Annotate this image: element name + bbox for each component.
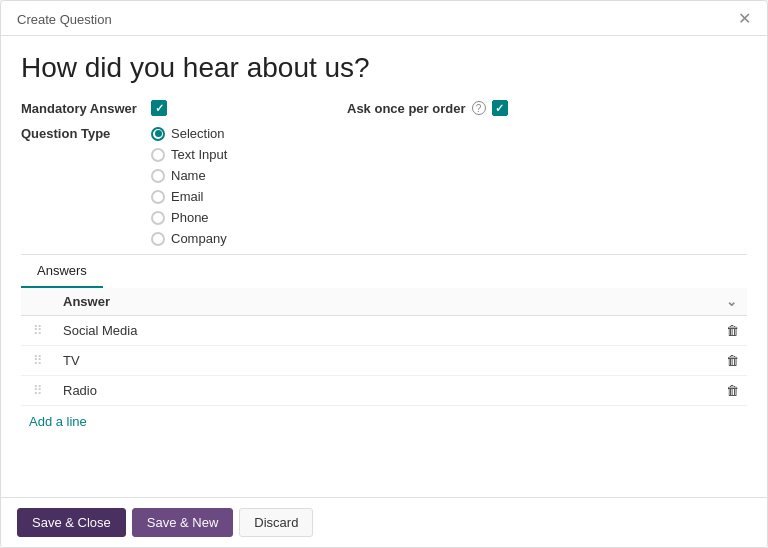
- radio-circle-selection: [151, 127, 165, 141]
- radio-circle-phone: [151, 211, 165, 225]
- radio-option-company[interactable]: Company: [151, 231, 227, 246]
- radio-options-group: SelectionText InputNameEmailPhoneCompany: [151, 126, 227, 246]
- delete-icon[interactable]: 🗑: [579, 316, 747, 346]
- answers-tbody: ⠿Social Media🗑⠿TV🗑⠿Radio🗑: [21, 316, 747, 406]
- ask-once-field: Ask once per order ?: [347, 100, 508, 116]
- drag-handle[interactable]: ⠿: [29, 383, 47, 398]
- radio-option-name[interactable]: Name: [151, 168, 227, 183]
- radio-label-text_input: Text Input: [171, 147, 227, 162]
- ask-once-label: Ask once per order: [347, 101, 466, 116]
- answer-cell: Social Media: [55, 316, 579, 346]
- radio-circle-company: [151, 232, 165, 246]
- radio-circle-name: [151, 169, 165, 183]
- modal-body: How did you hear about us? Mandatory Ans…: [1, 36, 767, 497]
- radio-circle-text_input: [151, 148, 165, 162]
- answer-col-header: Answer: [55, 288, 579, 316]
- save-close-button[interactable]: Save & Close: [17, 508, 126, 537]
- modal-header: Create Question ✕: [1, 1, 767, 36]
- drag-col-header: [21, 288, 55, 316]
- radio-circle-email: [151, 190, 165, 204]
- tabs-bar: Answers: [21, 255, 747, 288]
- question-title: How did you hear about us?: [21, 52, 747, 84]
- radio-label-selection: Selection: [171, 126, 224, 141]
- modal-title: Create Question: [17, 12, 112, 27]
- ask-once-checkbox[interactable]: [492, 100, 508, 116]
- radio-option-text_input[interactable]: Text Input: [151, 147, 227, 162]
- delete-icon[interactable]: 🗑: [579, 346, 747, 376]
- tab-answers[interactable]: Answers: [21, 255, 103, 288]
- close-button[interactable]: ✕: [738, 11, 751, 27]
- save-new-button[interactable]: Save & New: [132, 508, 234, 537]
- radio-label-email: Email: [171, 189, 204, 204]
- discard-button[interactable]: Discard: [239, 508, 313, 537]
- radio-label-phone: Phone: [171, 210, 209, 225]
- question-type-label: Question Type: [21, 126, 151, 141]
- mandatory-answer-label: Mandatory Answer: [21, 101, 151, 116]
- chevron-col-header[interactable]: ⌄: [579, 288, 747, 316]
- add-line-button[interactable]: Add a line: [21, 406, 747, 437]
- table-row: ⠿Social Media🗑: [21, 316, 747, 346]
- question-type-row: Question Type SelectionText InputNameEma…: [21, 126, 747, 246]
- tabs-section: Answers Answer ⌄ ⠿Social Media🗑⠿TV🗑⠿Radi…: [21, 254, 747, 437]
- radio-label-name: Name: [171, 168, 206, 183]
- answers-table: Answer ⌄ ⠿Social Media🗑⠿TV🗑⠿Radio🗑: [21, 288, 747, 406]
- table-row: ⠿Radio🗑: [21, 376, 747, 406]
- answer-cell: TV: [55, 346, 579, 376]
- mandatory-answer-checkbox[interactable]: [151, 100, 167, 116]
- drag-handle[interactable]: ⠿: [29, 353, 47, 368]
- delete-icon[interactable]: 🗑: [579, 376, 747, 406]
- radio-option-phone[interactable]: Phone: [151, 210, 227, 225]
- table-row: ⠿TV🗑: [21, 346, 747, 376]
- create-question-modal: Create Question ✕ How did you hear about…: [0, 0, 768, 548]
- radio-option-email[interactable]: Email: [151, 189, 227, 204]
- modal-footer: Save & Close Save & New Discard: [1, 497, 767, 547]
- radio-option-selection[interactable]: Selection: [151, 126, 227, 141]
- radio-label-company: Company: [171, 231, 227, 246]
- top-fields-row: Mandatory Answer Ask once per order ?: [21, 100, 747, 116]
- drag-handle[interactable]: ⠿: [29, 323, 47, 338]
- answer-cell: Radio: [55, 376, 579, 406]
- help-icon[interactable]: ?: [472, 101, 486, 115]
